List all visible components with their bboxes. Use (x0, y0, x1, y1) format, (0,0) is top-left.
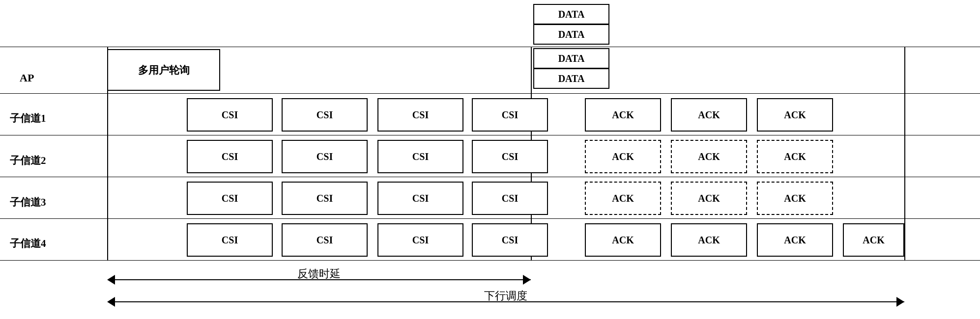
svg-marker-4 (107, 297, 115, 307)
diagram: AP 多用户轮询 DATA DATA DATA DATA 子信道1 CSI CS… (0, 0, 980, 319)
sub4-csi-2: CSI (282, 223, 368, 257)
data-box-3: DATA (533, 48, 609, 69)
row-line-sub4-bottom (0, 260, 980, 261)
sub1-ack-1: ACK (585, 98, 661, 132)
sub1-csi-2: CSI (282, 98, 368, 132)
sub4-csi-3: CSI (377, 223, 463, 257)
sub2-ack-1: ACK (585, 140, 661, 173)
svg-marker-2 (523, 275, 531, 285)
sub1-csi-3: CSI (377, 98, 463, 132)
sub2-csi-1: CSI (187, 140, 273, 173)
sub1-csi-4: CSI (472, 98, 548, 132)
row-line-ap-bottom (0, 93, 980, 94)
sub3-label: 子信道3 (10, 186, 46, 218)
sub2-ack-3: ACK (757, 140, 833, 173)
svg-text:反馈时延: 反馈时延 (297, 267, 341, 280)
data-box-1: DATA (533, 4, 609, 25)
row-line-sub2-bottom (0, 177, 980, 177)
sub3-ack-3: ACK (757, 182, 833, 215)
sub1-csi-1: CSI (187, 98, 273, 132)
row-line-sub3-bottom (0, 218, 980, 219)
sub2-csi-2: CSI (282, 140, 368, 173)
sub4-csi-1: CSI (187, 223, 273, 257)
sub4-ack-3: ACK (757, 223, 833, 257)
sub3-ack-1: ACK (585, 182, 661, 215)
data-box-4: DATA (533, 68, 609, 89)
sub3-csi-4: CSI (472, 182, 548, 215)
sub4-ack-2: ACK (671, 223, 747, 257)
sub3-csi-2: CSI (282, 182, 368, 215)
sub1-ack-3: ACK (757, 98, 833, 132)
ap-label: AP (20, 62, 34, 93)
right-vert-line (904, 47, 905, 260)
sub2-csi-3: CSI (377, 140, 463, 173)
poll-box: 多用户轮询 (107, 49, 220, 91)
feedback-arrow: 反馈时延 (107, 267, 531, 292)
row-line-ap-top (0, 47, 980, 47)
svg-marker-6 (896, 297, 904, 307)
sub3-ack-2: ACK (671, 182, 747, 215)
svg-marker-0 (107, 275, 115, 285)
svg-text:下行调度: 下行调度 (484, 290, 527, 302)
sub2-csi-4: CSI (472, 140, 548, 173)
row-line-sub1-bottom (0, 135, 980, 135)
sub1-label: 子信道1 (10, 102, 46, 135)
sub4-ack-4: ACK (843, 223, 904, 257)
downlink-arrow: 下行调度 (107, 290, 904, 314)
sub4-ack-1: ACK (585, 223, 661, 257)
sub2-label: 子信道2 (10, 144, 46, 177)
sub3-csi-1: CSI (187, 182, 273, 215)
sub4-csi-4: CSI (472, 223, 548, 257)
sub1-ack-2: ACK (671, 98, 747, 132)
sub2-ack-2: ACK (671, 140, 747, 173)
data-box-2: DATA (533, 24, 609, 45)
sub3-csi-3: CSI (377, 182, 463, 215)
sub4-label: 子信道4 (10, 227, 46, 260)
